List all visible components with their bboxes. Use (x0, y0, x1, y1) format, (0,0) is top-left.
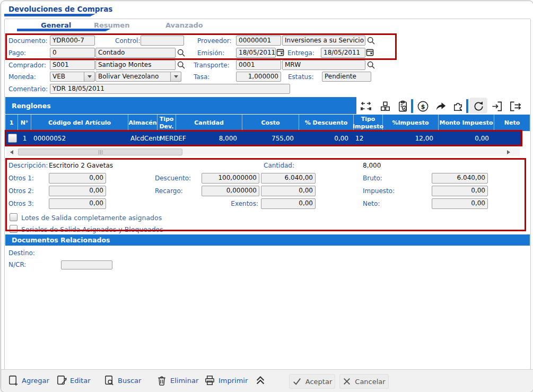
column-header-monto-impuesto[interactable]: Monto Impuesto (439, 115, 494, 131)
renglones-section-header: Renglones (5, 97, 356, 114)
collapse-toolbar-button[interactable] (254, 374, 267, 386)
row-checkbox[interactable] (8, 134, 17, 143)
estatus-field[interactable]: Pendiente (322, 72, 371, 82)
forward-arrow-icon[interactable] (433, 99, 448, 114)
documento-field[interactable]: YDR000-7 (50, 36, 95, 46)
items-cubes-icon[interactable] (378, 99, 392, 114)
destino-label: Destino: (8, 249, 35, 257)
column-header-pct-impuesto[interactable]: %Impuesto (383, 115, 439, 131)
purchase-returns-window: Devoluciones de Compras General Resumen … (1, 1, 533, 392)
emision-calendar-icon[interactable] (276, 48, 284, 56)
imprimir-label: Imprimir (219, 377, 248, 385)
export-icon[interactable] (508, 99, 522, 114)
scrollbar-thumb[interactable] (18, 149, 182, 155)
tab-general[interactable]: General (41, 21, 71, 29)
lotes-checkbox[interactable] (10, 213, 18, 221)
puzzle-icon[interactable] (450, 99, 465, 114)
ncr-field[interactable] (61, 260, 112, 269)
cross-icon (343, 377, 351, 386)
entrega-calendar-icon[interactable] (366, 48, 374, 56)
descuento-label: Descuento: (155, 175, 191, 182)
transporte-search-icon[interactable] (366, 60, 375, 69)
currency-dollar-icon[interactable]: $ (415, 99, 430, 114)
column-resize-icon[interactable] (359, 99, 373, 114)
edit-document-icon (56, 374, 67, 386)
row-almacen: AlcdCentr (128, 131, 158, 145)
proveedor-search-icon[interactable] (366, 36, 375, 45)
estatus-label: Estatus: (288, 73, 314, 81)
import-icon[interactable] (490, 99, 504, 114)
transporte-code-field[interactable]: 0001 (236, 60, 281, 70)
moneda-name-dropdown-icon[interactable] (170, 72, 181, 82)
aceptar-button[interactable]: Aceptar (289, 374, 335, 389)
column-header-neto[interactable]: Neto (494, 115, 530, 131)
cancelar-button[interactable]: Cancelar (339, 374, 389, 389)
recargo-monto-field[interactable]: 0,00 (261, 186, 316, 196)
column-header-cantidad[interactable]: Cantidad (176, 115, 242, 131)
descuento-pct-field[interactable]: 100,000000 (202, 173, 259, 184)
column-header-codigo[interactable]: Código del Artículo (31, 115, 128, 131)
otros1-field[interactable]: 0,00 (49, 173, 106, 184)
entrega-field[interactable]: 18/05/2011 (321, 48, 365, 58)
column-header-tipo-dev[interactable]: Tipo Dev. (158, 115, 176, 131)
horizontal-scrollbar[interactable] (6, 148, 520, 156)
title-underline (4, 14, 95, 16)
table-row[interactable]: 1 00000052 AlcdCentr MERDEF 8,000 755,00… (5, 131, 522, 145)
trash-icon (156, 374, 167, 386)
documentos-relacionados-title: Documentos Relacionados (12, 236, 110, 244)
tab-resumen[interactable]: Resumen (94, 21, 129, 29)
row-select-cell[interactable] (5, 131, 18, 145)
transporte-name-field[interactable]: MRW (282, 60, 365, 70)
otros3-field[interactable]: 0,00 (49, 198, 106, 209)
renglones-table-header: 1 N° Código del Artículo Almacén Tipo De… (5, 115, 530, 131)
row-descuento: 0,00 (299, 131, 354, 145)
emision-field[interactable]: 18/05/2011 (236, 48, 276, 58)
column-header-descuento[interactable]: % Descuento (299, 115, 354, 131)
comprador-search-icon[interactable] (177, 60, 186, 69)
ncr-label: N/CR: (8, 261, 26, 268)
editar-button[interactable]: Editar (56, 374, 91, 386)
recargo-pct-field[interactable]: 0,000000 (202, 186, 259, 196)
exentos-field[interactable]: 0,00 (261, 198, 316, 209)
column-header-costo[interactable]: Costo (242, 115, 299, 131)
recargo-label: Recargo: (155, 187, 183, 195)
check-icon (292, 377, 302, 386)
column-header-numero[interactable]: N° (18, 115, 31, 131)
pago-code-field[interactable]: 0 (50, 48, 95, 58)
tasa-field[interactable]: 1,000000 (236, 72, 281, 82)
pago-search-icon[interactable] (177, 48, 186, 57)
comprador-code-field[interactable]: S001 (50, 60, 95, 70)
bruto-field[interactable]: 6.040,00 (432, 173, 488, 184)
neto-field[interactable]: 0,00 (432, 198, 488, 209)
otros2-label: Otros 2: (8, 187, 34, 195)
buscar-button[interactable]: Buscar (103, 374, 141, 386)
agregar-button[interactable]: Agregar (7, 374, 49, 386)
comentario-field[interactable]: YDR 18/05/2011 (50, 84, 290, 94)
column-header-select[interactable]: 1 (5, 115, 18, 131)
pago-name-field[interactable]: Contado (95, 48, 176, 58)
column-header-tipo-impuesto[interactable]: Tipo Impuesto (354, 115, 383, 131)
proveedor-code-field[interactable]: 00000001 (236, 36, 281, 46)
scroll-left-icon[interactable] (7, 149, 15, 155)
imprimir-button[interactable]: Imprimir (204, 374, 248, 386)
moneda-code-dropdown-icon[interactable] (84, 72, 95, 82)
scroll-right-icon[interactable] (504, 149, 512, 155)
control-field[interactable] (141, 36, 184, 46)
row-pct-impuesto: 12,00 (383, 131, 439, 145)
comprador-name-field[interactable]: Santiago Montes (95, 60, 176, 70)
otros2-field[interactable]: 0,00 (49, 186, 106, 196)
descuento-monto-field[interactable]: 6.040,00 (261, 173, 316, 184)
printer-icon (204, 374, 215, 386)
row-tipo-impuesto: 12 (354, 131, 383, 145)
documentos-relacionados-header: Documentos Relacionados (5, 234, 530, 246)
row-costo: 755,00 (242, 131, 299, 145)
impuesto-field[interactable]: 0,00 (432, 186, 488, 196)
refresh-icon[interactable] (471, 99, 486, 114)
proveedor-name-field[interactable]: Inversiones a su Servicio (282, 36, 365, 46)
column-header-almacen[interactable]: Almacén (128, 115, 158, 131)
seriales-checkbox[interactable] (10, 225, 18, 233)
clipboard-check-icon[interactable] (395, 99, 410, 114)
moneda-name-field[interactable]: Bolivar Venezolano (95, 72, 181, 82)
tab-avanzado[interactable]: Avanzado (165, 21, 203, 29)
eliminar-button[interactable]: Eliminar (156, 374, 198, 386)
